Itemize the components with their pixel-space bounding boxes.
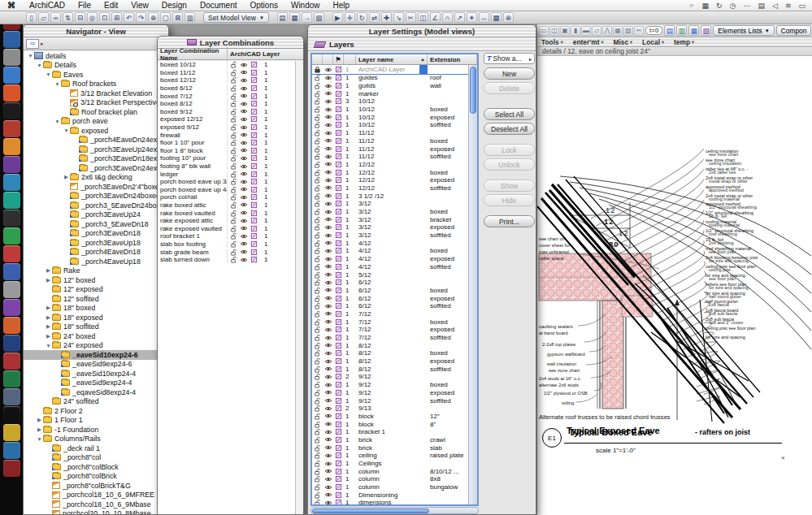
layer-row[interactable]: 1 9/12 soffited — [312, 396, 468, 405]
lock-open-icon[interactable] — [230, 69, 237, 76]
column-header-name[interactable]: Layer Combination Name — [158, 47, 228, 62]
eye-icon[interactable] — [324, 248, 332, 254]
stretch-icon[interactable]: ↘ — [393, 12, 404, 23]
fly-out-icon[interactable] — [250, 210, 258, 217]
eye-icon[interactable] — [324, 397, 332, 404]
layer-row[interactable]: 1 4/12 soffited — [312, 263, 468, 271]
eye-icon[interactable] — [324, 145, 332, 152]
tree-item[interactable]: ▶ -1 Foundation — [24, 425, 168, 435]
eye-icon[interactable] — [240, 93, 248, 99]
publish-icon[interactable]: ⇅ — [63, 12, 73, 23]
lock-open-icon[interactable] — [230, 132, 237, 139]
mirror-icon[interactable]: ⇄ — [369, 12, 380, 23]
lock-open-icon[interactable] — [314, 176, 321, 184]
tree-item[interactable]: _eaveSid9exp24-4 — [24, 379, 168, 388]
eye-icon[interactable] — [324, 358, 332, 365]
lock-open-icon[interactable] — [314, 263, 321, 270]
extension-column-header[interactable]: Extension — [428, 54, 477, 64]
disclosure-triangle-icon[interactable]: ▶ — [45, 305, 52, 311]
tree-item[interactable]: _eqaveSid8exp24-4 — [24, 387, 168, 397]
eye-icon[interactable] — [324, 350, 332, 357]
lock-open-icon[interactable] — [230, 93, 237, 100]
lock-open-icon[interactable] — [314, 208, 321, 215]
lock-open-icon[interactable] — [314, 444, 321, 452]
layer-row[interactable]: 1 marker — [312, 89, 468, 97]
lock-open-icon[interactable] — [314, 216, 321, 223]
layer-row[interactable]: 1 8/12 soffited — [312, 365, 468, 373]
layer-row[interactable]: 1 column 8/10/12 ... — [312, 467, 468, 475]
lock-open-icon[interactable] — [314, 491, 321, 499]
fly-out-icon[interactable] — [250, 108, 258, 115]
lock-open-icon[interactable] — [314, 200, 321, 207]
fly-out-icon[interactable] — [335, 240, 342, 247]
tree-item[interactable]: _porch3_5EaveDn24boxed — [24, 201, 168, 210]
fly-out-icon[interactable] — [335, 97, 342, 105]
dock-app-icon[interactable] — [3, 67, 20, 84]
layer-row[interactable]: 1 dimensions — [312, 499, 468, 504]
disclosure-triangle-icon[interactable]: ▶ — [36, 426, 43, 433]
eye-icon[interactable] — [324, 130, 332, 136]
lock-open-icon[interactable] — [314, 302, 321, 309]
lock-open-icon[interactable] — [314, 184, 321, 192]
t-value-field[interactable]: t=0 — [645, 26, 662, 35]
lock-open-icon[interactable] — [230, 178, 237, 185]
fit-in-window-icon[interactable]: ⊠ — [172, 12, 183, 23]
dock-app-icon[interactable] — [3, 245, 20, 262]
fly-out-icon[interactable] — [250, 225, 258, 232]
eye-icon[interactable] — [324, 287, 332, 293]
lock-open-icon[interactable] — [314, 310, 321, 318]
tree-item[interactable]: _porch3EaveDn18exp — [24, 154, 168, 164]
lock-open-icon[interactable] — [314, 97, 321, 105]
eye-icon[interactable] — [324, 271, 332, 278]
lock-open-icon[interactable] — [314, 279, 321, 286]
dock-app-icon[interactable] — [3, 210, 20, 227]
eye-icon[interactable] — [240, 186, 248, 193]
sync-status-icon[interactable]: ↻ — [716, 2, 723, 10]
eye-icon[interactable] — [324, 169, 332, 175]
layer-row[interactable]: 1 4/12 boxed — [312, 247, 468, 255]
layers-vertical-scrollbar[interactable] — [468, 65, 477, 504]
menu-item[interactable]: Edit — [98, 1, 124, 10]
lock-open-icon[interactable] — [314, 121, 321, 128]
layer-row[interactable]: 1 3/12 bracket — [312, 215, 468, 223]
undo-icon[interactable]: ↶ — [124, 12, 134, 23]
layer-row[interactable]: 1 11/12 exposed — [312, 145, 468, 153]
wall-tool-icon[interactable]: ▭ — [539, 26, 549, 36]
zone-tool-icon[interactable]: ▨ — [623, 26, 633, 36]
fly-out-icon[interactable] — [335, 66, 342, 73]
fly-out-icon[interactable] — [335, 106, 342, 113]
eye-icon[interactable] — [240, 155, 248, 162]
visibility-column-header[interactable] — [323, 54, 333, 64]
eye-icon[interactable] — [324, 216, 332, 223]
dock-app-icon[interactable] — [3, 31, 20, 48]
fly-out-icon[interactable] — [335, 475, 342, 483]
fly-out-icon[interactable] — [335, 460, 342, 467]
lock-open-icon[interactable] — [314, 357, 321, 365]
lock-open-icon[interactable] — [314, 129, 321, 136]
fly-out-icon[interactable] — [335, 468, 342, 475]
disclosure-triangle-icon[interactable]: ▼ — [63, 128, 70, 133]
tree-item[interactable]: _porch3EaveDn18 — [24, 229, 168, 239]
index-doc-icon[interactable]: ▦ — [688, 25, 699, 36]
fly-out-icon[interactable] — [335, 255, 342, 262]
lock-open-icon[interactable] — [314, 483, 321, 491]
eye-icon[interactable] — [240, 62, 248, 68]
lock-open-icon[interactable] — [230, 186, 237, 193]
tree-item[interactable]: ▶ 2x6 t&g decking — [24, 173, 168, 183]
eye-icon[interactable] — [324, 75, 332, 81]
tree-item[interactable]: Roof bracket plan — [24, 107, 168, 117]
layer-row[interactable]: 1 11/12 — [312, 129, 468, 137]
fly-out-icon[interactable] — [335, 200, 342, 207]
layer-row[interactable]: 1 3/12 — [312, 200, 468, 208]
fly-out-icon[interactable] — [335, 342, 342, 349]
lock-open-icon[interactable] — [230, 108, 237, 115]
fly-out-icon[interactable] — [335, 302, 342, 309]
print-icon[interactable]: ⊟ — [75, 12, 85, 23]
lock-open-icon[interactable] — [314, 421, 321, 428]
new-button[interactable]: New — [484, 67, 535, 80]
layer-combination-row[interactable]: slab grade beam 1 — [158, 248, 295, 256]
layer-combination-row[interactable]: porch boxed eave up 3/12 1 — [158, 178, 295, 186]
lock-open-icon[interactable] — [230, 61, 237, 68]
tree-item[interactable]: ▶ 18" boxed — [24, 304, 168, 314]
lock-open-icon[interactable] — [230, 217, 237, 224]
